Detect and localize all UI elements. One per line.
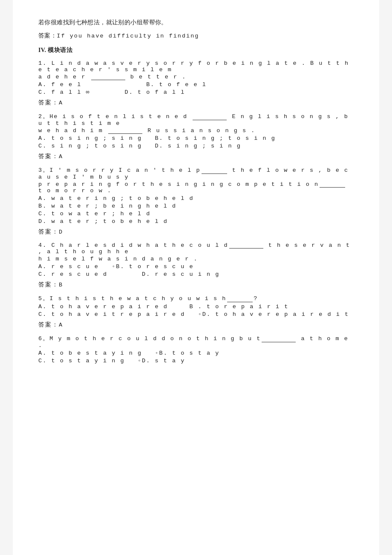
q5-text1: 5。I s t h i s t h e w a t c h y o u w i … [38,295,354,302]
intro-line1: 若你很难找到七种想法，就让别的小组帮帮你。 [38,17,354,28]
q1-text2: a d e h e r b e t t e r . [38,74,354,80]
q2-answer-text: 答案：A [38,153,63,160]
q5-opt-c: C. t o h a v e i t r e p a i r e d ◦D. t… [38,311,354,318]
q2-opt-c: C. s i n g ; t o s i n g D. s i n g ; s … [38,143,354,149]
q1-opt-a: A. f e e l B. t o f e e l [38,81,354,88]
q3-opt-b: B. w a t e r ; b e i n g h e l d [38,203,354,209]
q4-text1: 4. C h a r l e s d i d w h a t h e c o u… [38,242,354,255]
q2-answer: 答案：A [38,151,354,162]
q5-opt-a: A. t o h a v e r e p a i r e d B . t o r… [38,304,354,310]
q4-text2: h i m s e l f w a s i n d a n g e r . [38,256,354,262]
q1-opt-c: C. f a l l ∞ D. t o f a l l [38,89,354,95]
answer-text: If you have difficulty in finding [57,33,199,39]
q3-text1: 3。I ' m s o r r y I c a n ' t h e l p t … [38,166,354,180]
q1-answer-text: 答案：A [38,100,63,106]
q3-text2: p r e p a r i n g f o r t h e s i n g i … [38,181,354,194]
question-6: 6。M y m o t h e r c o u l d d o n o t h … [38,335,354,364]
q3-opt-a: A. w a t e r i n g ; t o b e h e l d [38,195,354,202]
intro-answer: 答案：If you have difficulty in finding [38,30,354,41]
q1-answer: 答案：A [38,97,354,108]
question-1: 1. L i n d a w a s v e r y s o r r y f o… [38,60,354,95]
question-2: 2。He i s o f t e n l i s t e n e d E n g… [38,113,354,149]
q4-answer-text: 答案：B [38,282,63,288]
intro-text: 若你很难找到七种想法，就让别的小组帮帮你。 [38,19,167,26]
q3-opt-c: C. t o w a t e r ; h e l d [38,211,354,217]
q5-answer: 答案：A [38,319,354,330]
q3-answer-text: 答案：D [38,229,63,235]
page: 若你很难找到七种想法，就让别的小组帮帮你。 答案：If you have dif… [13,0,379,555]
q3-answer: 答案：D [38,226,354,237]
q2-text1: 2。He i s o f t e n l i s t e n e d E n g… [38,113,354,127]
q5-answer-text: 答案：A [38,322,63,328]
section-title: IV. 模块语法 [38,45,354,55]
q2-text2: w e h a d h i m R u s s i a n s o n g s … [38,127,354,134]
question-3: 3。I ' m s o r r y I c a n ' t h e l p t … [38,166,354,225]
q4-answer: 答案：B [38,279,354,290]
question-4: 4. C h a r l e s d i d w h a t h e c o u… [38,242,354,278]
q4-opt-a: A. r e s c u e ◦B. t o r e s c u e [38,263,354,270]
q6-opt-c: C. t o s t a y i n g ◦D. s t a y [38,358,354,364]
q6-text1: 6。M y m o t h e r c o u l d d o n o t h … [38,335,354,349]
question-5: 5。I s t h i s t h e w a t c h y o u w i … [38,295,354,318]
q2-opt-a: A. t o s i n g ; s i n g B. t o s i n g … [38,135,354,142]
q1-text1: 1. L i n d a w a s v e r y s o r r y f o… [38,60,354,73]
answer-label: 答案： [38,32,57,39]
q6-opt-a: A. t o b e s t a y i n g ◦B. t o s t a y [38,350,354,356]
q3-opt-d: D. w a t e r ; t o b e h e l d [38,218,354,225]
q4-opt-c: C. r e s c u e d D. r e s c u i n g [38,271,354,278]
